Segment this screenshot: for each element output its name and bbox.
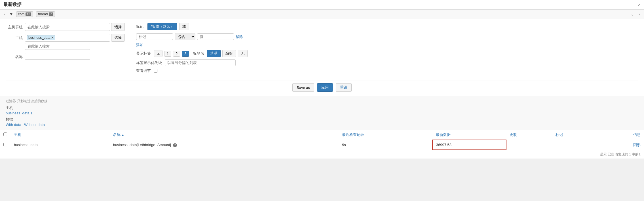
detail-label: 查看细节 [136, 68, 151, 73]
row-checkbox[interactable] [3, 143, 7, 146]
th-info: 信息 [598, 130, 644, 140]
reset-button[interactable]: 重设 [336, 83, 352, 92]
row-name-value: business_data[Lethbridge_Amount] [113, 143, 171, 147]
th-update: 更改 [506, 130, 552, 140]
add-link[interactable]: 添加 [136, 43, 143, 47]
host-group-input[interactable] [25, 23, 110, 31]
row-host-value: business_data [14, 143, 38, 147]
tag-com-label: com [18, 12, 25, 16]
filter-grid: 主机群组 选择 主机 business_data ✕ [6, 23, 638, 76]
expand-icon[interactable]: ⤢ [637, 3, 641, 7]
priority-row: 标签显示优先级 [136, 59, 638, 66]
tag-key-input[interactable] [136, 33, 173, 40]
host-group-label: 主机群组 [6, 23, 23, 30]
th-name[interactable]: 名称 ▲ [110, 130, 339, 140]
select-all-checkbox[interactable] [3, 132, 7, 136]
host-group-row: 主机群组 选择 [6, 23, 125, 31]
display-label-2-btn[interactable]: 2 [173, 51, 180, 57]
tag-thread-label: thread [38, 12, 48, 16]
tag-com-count: 13 [26, 12, 31, 16]
filter-title-text: 过滤器 [6, 99, 16, 103]
label-fill-btn[interactable]: 填满 [207, 50, 221, 57]
label-none-btn[interactable]: 无 [238, 50, 248, 57]
filter-host-label: 主机 [6, 105, 638, 110]
row-recent-check-value: 9s [342, 143, 346, 147]
display-label-none-btn[interactable]: 无 [154, 50, 162, 57]
tag-label-row: 标记 与/成（默认） 或 [136, 23, 638, 30]
filter-panel: 主机群组 选择 主机 business_data ✕ [0, 19, 644, 96]
tag-section-label: 标记 [136, 24, 143, 29]
filter-data-label: 数据 [6, 117, 638, 122]
nav-bar-right: ⌄ › [630, 11, 641, 17]
priority-input[interactable] [165, 59, 236, 66]
name-input[interactable] [25, 53, 90, 60]
host-tag-close-icon[interactable]: ✕ [51, 36, 54, 40]
nav-bar: ‹ ▼ com 13 thread 7 ⌄ › [0, 10, 644, 19]
tag-thread[interactable]: thread 7 [36, 11, 55, 17]
table-header: 主机 名称 ▲ 最近检查记录 最新数据 更改 标记 [0, 130, 644, 140]
detail-checkbox[interactable] [154, 69, 157, 73]
filter-icon[interactable]: ▼ [9, 12, 13, 16]
th-info-label: 信息 [633, 132, 641, 137]
filter-without-data-link[interactable]: Without data [24, 123, 45, 127]
host-group-select-btn[interactable]: 选择 [111, 23, 125, 31]
host-label: 主机 [6, 34, 23, 40]
row-recent-check-cell: 9s [339, 140, 432, 150]
label-short-btn[interactable]: 编短 [222, 50, 236, 57]
back-arrow[interactable]: ‹ [3, 11, 7, 17]
sort-asc-icon: ▲ [121, 133, 124, 136]
row-latest-data-cell: 36997.53 [432, 140, 506, 150]
host-select-btn[interactable]: 选择 [111, 34, 125, 42]
row-update-cell [506, 140, 552, 150]
tag-com[interactable]: com 13 [16, 11, 33, 17]
row-checkbox-cell [0, 140, 10, 150]
host-tag-item: business_data ✕ [27, 35, 55, 40]
filter-host-link-row: business_data 1 [6, 111, 638, 115]
tag-and-btn[interactable]: 与/成（默认） [147, 23, 177, 30]
dropdown-arrow[interactable]: ⌄ [630, 11, 635, 17]
help-icon[interactable]: ? [173, 143, 177, 147]
data-table: 主机 名称 ▲ 最近检查记录 最新数据 更改 标记 [0, 130, 644, 150]
th-latest-data: 最新数据 [432, 130, 506, 140]
th-update-label: 更改 [510, 132, 517, 137]
forward-arrow[interactable]: › [637, 11, 641, 17]
display-label-3-btn[interactable]: 3 [182, 51, 189, 57]
add-link-row: 添加 [136, 42, 638, 48]
filter-left: 主机群组 选择 主机 business_data ✕ [6, 23, 125, 76]
tag-value-input[interactable] [197, 33, 234, 40]
tag-remove-btn[interactable]: 移除 [236, 34, 243, 39]
graph-link[interactable]: 图形 [633, 143, 641, 147]
filter-summary-title: 过滤器 只影响过滤后的数据 [6, 99, 48, 103]
tag-or-btn[interactable]: 或 [179, 23, 189, 30]
label-name-label: 标签名 [193, 51, 204, 56]
display-labels-row: 显示标签 无 1 2 3 标签名 填满 编短 无 [136, 50, 638, 57]
apply-button[interactable]: 应用 [317, 83, 333, 92]
display-label-1-btn[interactable]: 1 [164, 51, 171, 57]
table-row: business_data business_data[Lethbridge_A… [0, 140, 644, 150]
filter-subtitle-text: 只影响过滤后的数据 [17, 99, 48, 103]
name-row: 名称 [6, 53, 125, 60]
tag-filter-row: 包含 等于 不等于 移除 [136, 33, 638, 40]
host-search-input[interactable] [25, 43, 90, 50]
display-labels-label: 显示标签 [136, 51, 151, 56]
top-bar: 最新数据 ⤢ [0, 0, 644, 10]
filter-with-data-link[interactable]: With data [6, 123, 21, 127]
th-label: 标记 [552, 130, 598, 140]
name-label: 名称 [6, 53, 23, 59]
tag-operator-select[interactable]: 包含 等于 不等于 [175, 33, 195, 40]
host-tag-area: business_data ✕ [25, 34, 110, 42]
row-host-cell: business_data [10, 140, 110, 150]
th-host-label: 主机 [14, 132, 21, 137]
data-table-wrap: 主机 名称 ▲ 最近检查记录 最新数据 更改 标记 [0, 130, 644, 159]
action-row: Save as 应用 重设 [6, 80, 638, 92]
th-recent-check: 最近检查记录 [339, 130, 432, 140]
filter-right: 标记 与/成（默认） 或 包含 等于 不等于 移除 添加 显示 [136, 23, 638, 76]
th-checkbox [0, 130, 10, 140]
row-label-cell [552, 140, 598, 150]
saveas-button[interactable]: Save as [292, 83, 314, 92]
filter-data-links: With data Without data [6, 123, 638, 127]
page-title: 最新数据 [3, 2, 22, 8]
row-name-cell: business_data[Lethbridge_Amount] ? [110, 140, 339, 150]
filter-host-link[interactable]: business_data 1 [6, 111, 33, 115]
priority-label: 标签显示优先级 [136, 60, 162, 65]
